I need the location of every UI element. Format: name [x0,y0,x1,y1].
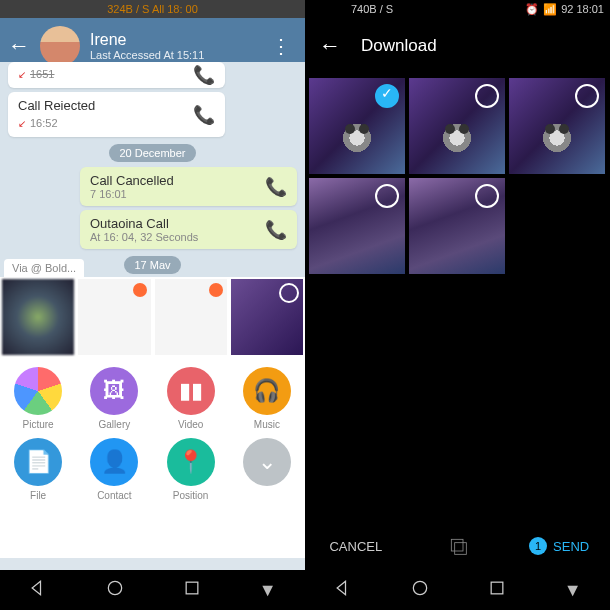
phone-icon[interactable]: 📞 [265,219,287,241]
nav-dropdown[interactable]: ▼ [564,580,582,601]
svg-rect-3 [186,582,198,594]
call-message[interactable]: Call Reiected ↙16:52 📞 [8,92,225,137]
attach-contact[interactable]: 👤Contact [80,438,148,501]
attach-panel: Picture 🖼Gallery ▮▮Video 🎧Music 📄File 👤C… [0,277,305,558]
call-message[interactable]: Call Cancelled 7 16:01 📞 [80,167,297,206]
recent-thumbs [0,277,305,357]
select-circle[interactable] [475,84,499,108]
svg-rect-1 [454,543,466,555]
thumb[interactable] [231,279,303,355]
thumb[interactable] [2,279,74,355]
count-badge: 1 [529,537,547,555]
attach-position[interactable]: 📍Position [157,438,225,501]
nav-home[interactable] [410,578,430,603]
bottom-bar: CANCEL 1 SEND [305,522,610,570]
video-icon: ▮▮ [167,367,215,415]
nav-back[interactable] [28,578,48,603]
svg-rect-5 [491,582,503,594]
missed-icon: ↙ [18,69,26,80]
cancel-button[interactable]: CANCEL [305,539,407,554]
image-grid [305,74,610,278]
attach-more[interactable]: ⌄ [233,438,301,501]
file-icon: 📄 [14,438,62,486]
attach-gallery[interactable]: 🖼Gallery [80,367,148,430]
select-circle[interactable] [375,184,399,208]
call-message[interactable]: ↙1651 📞 [8,62,225,88]
multi-select-button[interactable] [407,536,509,556]
attach-music[interactable]: 🎧Music [233,367,301,430]
contact-name: Irene [90,31,265,49]
nav-dropdown[interactable]: ▼ [259,580,277,601]
via-chip[interactable]: Via @ Bold... [4,259,84,277]
alarm-icon: ⏰ [525,3,539,16]
call-message[interactable]: Outaoina Call At 16: 04, 32 Seconds 📞 [80,210,297,249]
status-bar-right: 740B / S ⏰ 📶 92 18:01 [305,0,610,18]
page-title: Download [361,36,437,56]
menu-icon[interactable]: ⋮ [265,34,297,58]
image-cell[interactable] [309,78,405,174]
avatar[interactable] [40,26,80,66]
attach-picture[interactable]: Picture [4,367,72,430]
status-text: 324B / S All 18: 00 [107,3,198,15]
camera-icon [14,367,62,415]
date-chip: 20 December [0,143,305,161]
back-icon[interactable]: ← [8,33,30,59]
gallery-header: ← Download [305,18,610,74]
last-seen: Last Accessed At 15:11 [90,49,265,61]
svg-rect-0 [451,539,463,551]
status-bar-left: 324B / S All 18: 00 [0,0,305,18]
wifi-icon: 📶 [543,3,557,16]
chevron-down-icon: ⌄ [243,438,291,486]
nav-recent[interactable] [487,578,507,603]
nav-recent[interactable] [182,578,202,603]
select-circle[interactable] [279,283,299,303]
svg-point-2 [109,581,122,594]
image-cell[interactable] [409,78,505,174]
music-icon: 🎧 [243,367,291,415]
location-icon: 📍 [167,438,215,486]
select-check[interactable] [375,84,399,108]
nav-bar: ▼ ▼ [0,570,610,610]
attach-video[interactable]: ▮▮Video [157,367,225,430]
nav-back[interactable] [333,578,353,603]
contact-info[interactable]: Irene Last Accessed At 15:11 [90,31,265,61]
chat-area: ↙1651 📞 Call Reiected ↙16:52 📞 20 Decemb… [0,62,305,277]
image-cell[interactable] [509,78,605,174]
send-button[interactable]: 1 SEND [508,537,610,555]
missed-icon: ↙ [18,118,26,129]
phone-icon[interactable]: 📞 [265,176,287,198]
thumb[interactable] [78,279,150,355]
back-icon[interactable]: ← [319,33,341,59]
phone-icon[interactable]: 📞 [193,64,215,86]
thumb[interactable] [155,279,227,355]
gallery-icon: 🖼 [90,367,138,415]
image-cell[interactable] [409,178,505,274]
svg-point-4 [413,581,426,594]
select-circle[interactable] [575,84,599,108]
attach-file[interactable]: 📄File [4,438,72,501]
image-cell[interactable] [309,178,405,274]
select-circle[interactable] [475,184,499,208]
phone-icon[interactable]: 📞 [193,104,215,126]
nav-home[interactable] [105,578,125,603]
stack-icon [448,536,468,556]
contact-icon: 👤 [90,438,138,486]
